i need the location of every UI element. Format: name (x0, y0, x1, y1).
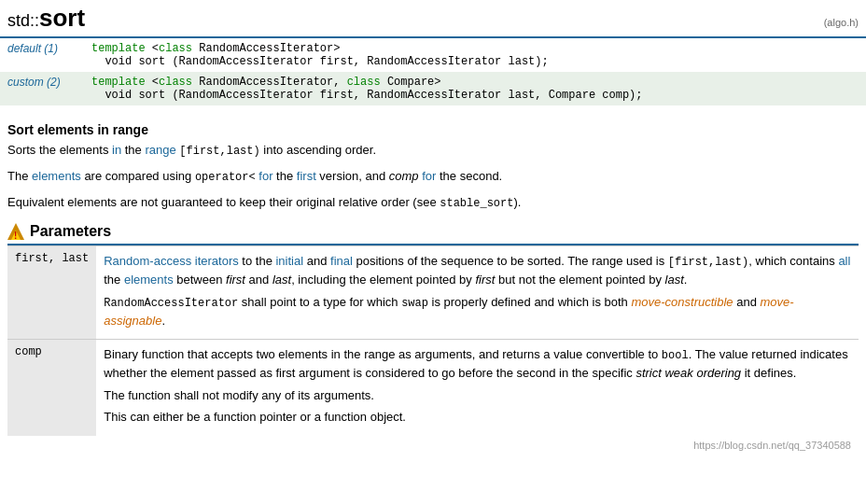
param-name-comp: comp (7, 340, 96, 436)
sig-code-custom: template <class RandomAccessIterator, cl… (84, 72, 866, 105)
parameters-title: Parameters (30, 223, 111, 240)
signature-table: default (1) template <class RandomAccess… (0, 38, 866, 105)
param-row-comp: comp Binary function that accepts two el… (7, 340, 859, 436)
description-3: Equivalent elements are not guaranteed t… (7, 193, 859, 212)
page-title: std::sort (7, 4, 85, 33)
param-desc-comp: Binary function that accepts two element… (96, 340, 859, 436)
main-content: Sort elements in range Sorts the element… (0, 105, 866, 462)
function-name: sort (39, 4, 85, 32)
parameters-heading: ! Parameters (7, 223, 859, 245)
svg-text:!: ! (14, 231, 17, 240)
sort-section-title: Sort elements in range (7, 122, 859, 137)
description-1: Sorts the elements in the range [first,l… (7, 141, 859, 160)
sig-code-default: template <class RandomAccessIterator> vo… (84, 38, 866, 72)
parameters-section: ! Parameters first, last Random-access i… (7, 223, 859, 436)
sig-label-default: default (1) (0, 38, 84, 72)
description-2: The elements are compared using operator… (7, 167, 859, 186)
params-icon: ! (7, 223, 24, 240)
csdn-link: https://blog.csdn.net/qq_37340588 (7, 436, 859, 455)
signature-row-default: default (1) template <class RandomAccess… (0, 38, 866, 72)
param-desc-first-last: Random-access iterators to the initial a… (96, 246, 859, 340)
algo-form-label: (algo.h) (824, 17, 859, 28)
param-row-first-last: first, last Random-access iterators to t… (7, 246, 859, 340)
signature-row-custom: custom (2) template <class RandomAccessI… (0, 72, 866, 105)
parameters-table: first, last Random-access iterators to t… (7, 245, 859, 436)
title-text: std::sort (7, 4, 85, 32)
move-constructible-link[interactable]: move-constructible (631, 295, 733, 309)
param-name-first-last: first, last (7, 246, 96, 340)
sig-label-custom: custom (2) (0, 72, 84, 105)
header-bar: std::sort (algo.h) (0, 0, 866, 38)
namespace-text: std:: (7, 11, 39, 30)
